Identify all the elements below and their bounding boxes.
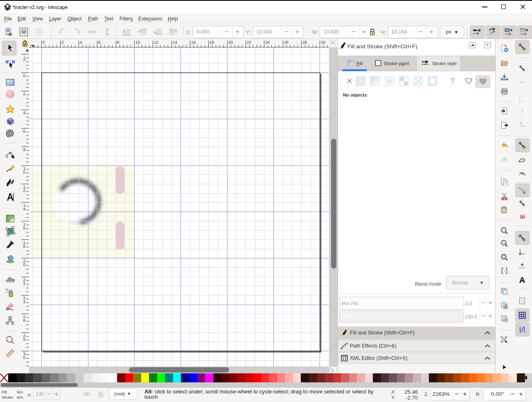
svg-text:4: 4: [23, 300, 26, 305]
svg-text:0: 0: [23, 356, 26, 360]
svg-text:4: 4: [23, 111, 26, 115]
svg-text:24: 24: [265, 41, 270, 45]
svg-text:6: 6: [23, 129, 26, 134]
svg-text:2: 2: [23, 57, 26, 62]
svg-text:16: 16: [191, 41, 196, 45]
svg-text:2: 2: [23, 92, 26, 97]
svg-text:2: 2: [23, 189, 26, 193]
svg-text:8: 8: [117, 41, 119, 45]
svg-text:22: 22: [247, 41, 252, 45]
svg-text:0: 0: [43, 41, 45, 45]
svg-text:18: 18: [210, 41, 214, 45]
svg-text:8: 8: [23, 244, 26, 249]
svg-text:0: 0: [23, 74, 26, 78]
svg-text:20: 20: [228, 41, 233, 45]
svg-text:6: 6: [23, 318, 26, 323]
svg-text:2: 2: [61, 41, 64, 45]
svg-text:4: 4: [80, 41, 82, 45]
svg-text:4: 4: [23, 207, 26, 212]
svg-text:14: 14: [173, 41, 178, 45]
svg-text:26: 26: [284, 41, 289, 45]
svg-text:6: 6: [98, 41, 101, 45]
svg-text:28: 28: [302, 41, 307, 45]
svg-text:30: 30: [321, 41, 326, 45]
svg-text:12: 12: [154, 41, 159, 45]
svg-text:0: 0: [23, 170, 26, 175]
svg-text:8: 8: [23, 337, 26, 342]
svg-text:6: 6: [23, 226, 26, 230]
svg-text:2: 2: [23, 282, 26, 286]
svg-text:10: 10: [135, 41, 140, 45]
svg-text:0: 0: [23, 263, 26, 267]
svg-text:8: 8: [23, 148, 26, 152]
